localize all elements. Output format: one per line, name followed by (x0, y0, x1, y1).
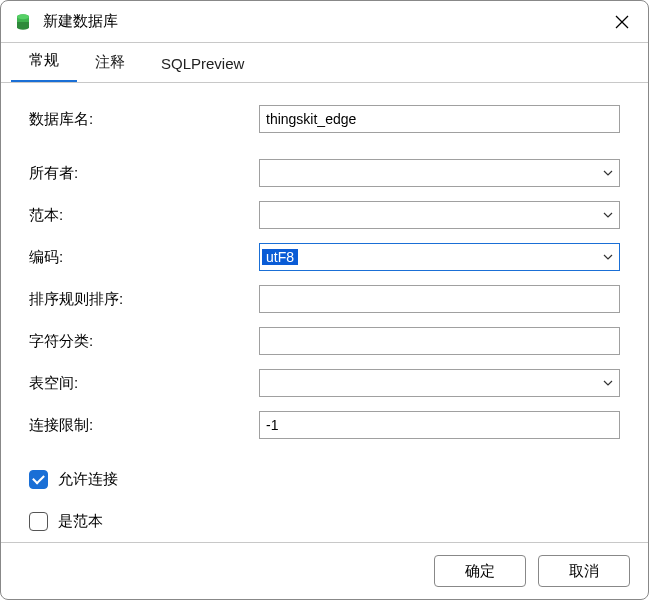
db-name-label: 数据库名: (29, 110, 259, 129)
ok-button[interactable]: 确定 (434, 555, 526, 587)
tab-general[interactable]: 常规 (11, 41, 77, 82)
tab-content-general: 数据库名: 所有者: 范本: 编码: utF8 (1, 83, 648, 542)
close-button[interactable] (608, 8, 636, 36)
template-combo[interactable] (259, 201, 620, 229)
chevron-down-icon (597, 377, 619, 389)
database-icon (13, 12, 33, 32)
create-database-dialog: 新建数据库 常规 注释 SQLPreview 数据库名: 所有者: (0, 0, 649, 600)
chevron-down-icon (597, 167, 619, 179)
tab-bar: 常规 注释 SQLPreview (1, 43, 648, 83)
dialog-footer: 确定 取消 (1, 542, 648, 599)
titlebar: 新建数据库 (1, 1, 648, 43)
owner-label: 所有者: (29, 164, 259, 183)
tablespace-label: 表空间: (29, 374, 259, 393)
svg-point-1 (17, 14, 29, 19)
chevron-down-icon (597, 209, 619, 221)
tab-sqlpreview[interactable]: SQLPreview (143, 45, 262, 82)
collation-input[interactable] (259, 285, 620, 313)
owner-combo[interactable] (259, 159, 620, 187)
encoding-combo[interactable]: utF8 (259, 243, 620, 271)
chevron-down-icon (597, 251, 619, 263)
tablespace-combo[interactable] (259, 369, 620, 397)
is-template-checkbox[interactable] (29, 512, 48, 531)
ctype-input[interactable] (259, 327, 620, 355)
allow-conn-checkbox[interactable] (29, 470, 48, 489)
conn-limit-label: 连接限制: (29, 416, 259, 435)
cancel-button[interactable]: 取消 (538, 555, 630, 587)
tab-comment[interactable]: 注释 (77, 43, 143, 82)
encoding-value: utF8 (262, 249, 298, 265)
encoding-label: 编码: (29, 248, 259, 267)
is-template-label[interactable]: 是范本 (58, 512, 103, 531)
window-title: 新建数据库 (43, 12, 608, 31)
template-label: 范本: (29, 206, 259, 225)
allow-conn-label[interactable]: 允许连接 (58, 470, 118, 489)
conn-limit-input[interactable] (259, 411, 620, 439)
collation-label: 排序规则排序: (29, 290, 259, 309)
ctype-label: 字符分类: (29, 332, 259, 351)
db-name-input[interactable] (259, 105, 620, 133)
